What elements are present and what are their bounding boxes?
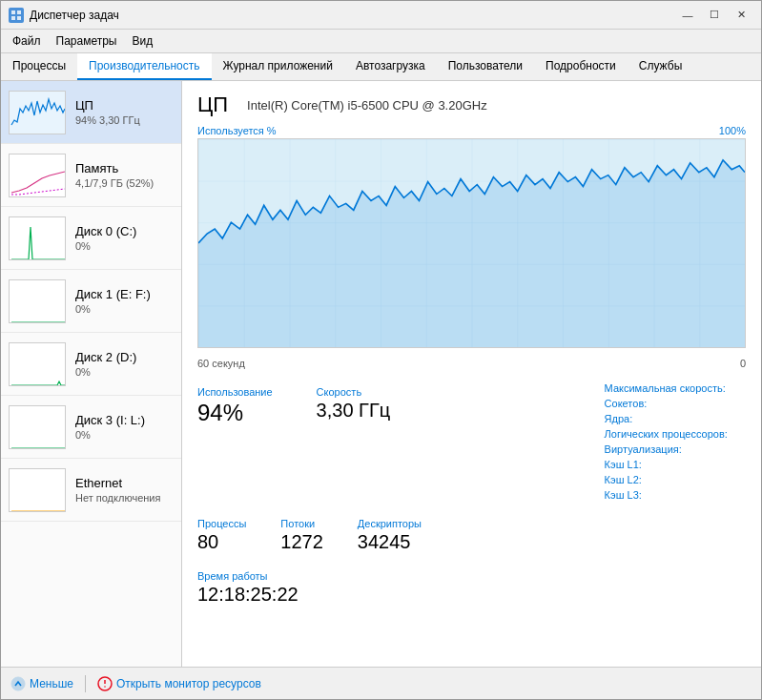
sockets-label: Сокетов: bbox=[605, 398, 746, 409]
left-item-cpu[interactable]: ЦП 94% 3,30 ГГц bbox=[1, 81, 181, 144]
left-item-ethernet[interactable]: Ethernet Нет подключения bbox=[1, 459, 181, 522]
svg-point-14 bbox=[11, 677, 25, 690]
right-header: ЦП Intel(R) Core(TM) i5-6500 CPU @ 3.20G… bbox=[197, 93, 746, 117]
cores-label: Ядра: bbox=[605, 413, 746, 424]
threads-stat: Потоки 1272 bbox=[280, 514, 339, 557]
app-icon bbox=[9, 8, 24, 23]
descriptors-value: 34245 bbox=[358, 531, 422, 553]
cpu-info: ЦП 94% 3,30 ГГц bbox=[75, 98, 174, 126]
chart-time-right: 0 bbox=[740, 358, 746, 369]
disk1-info: Диск 1 (E: F:) 0% bbox=[75, 287, 174, 315]
descriptors-stat: Дескрипторы 34245 bbox=[358, 514, 437, 557]
svg-rect-3 bbox=[17, 16, 21, 20]
bottom-bar: Меньше Открыть монитор ресурсов bbox=[1, 667, 761, 699]
right-panel: ЦП Intel(R) Core(TM) i5-6500 CPU @ 3.20G… bbox=[182, 81, 761, 667]
left-item-disk3[interactable]: Диск 3 (I: L:) 0% bbox=[1, 396, 181, 459]
tab-processes[interactable]: Процессы bbox=[1, 53, 77, 80]
processes-value: 80 bbox=[197, 531, 246, 553]
monitor-icon bbox=[97, 676, 113, 691]
title-bar: Диспетчер задач — ☐ ✕ bbox=[1, 1, 761, 30]
svg-rect-9 bbox=[10, 406, 66, 449]
memory-title: Память bbox=[75, 161, 174, 175]
bottom-divider bbox=[85, 675, 86, 692]
svg-rect-1 bbox=[17, 10, 21, 14]
left-item-disk1[interactable]: Диск 1 (E: F:) 0% bbox=[1, 270, 181, 333]
tab-users[interactable]: Пользователи bbox=[437, 53, 534, 80]
disk0-title: Диск 0 (C:) bbox=[75, 224, 174, 238]
processes-stat: Процессы 80 bbox=[197, 514, 261, 557]
svg-rect-0 bbox=[11, 10, 15, 14]
chart-y-label: Используется % bbox=[197, 125, 277, 136]
menu-view[interactable]: Вид bbox=[124, 31, 160, 51]
disk1-thumbnail bbox=[9, 279, 66, 323]
svg-rect-6 bbox=[10, 217, 66, 260]
minimize-button[interactable]: — bbox=[675, 6, 700, 25]
window-title: Диспетчер задач bbox=[30, 9, 675, 22]
disk3-thumbnail bbox=[9, 405, 66, 449]
disk1-title: Диск 1 (E: F:) bbox=[75, 287, 174, 301]
menu-file[interactable]: Файл bbox=[5, 31, 49, 51]
panel-subtitle: Intel(R) Core(TM) i5-6500 CPU @ 3.20GHz bbox=[247, 98, 487, 113]
logical-label: Логических процессоров: bbox=[605, 428, 746, 440]
memory-info: Память 4,1/7,9 ГБ (52%) bbox=[75, 161, 174, 189]
cache-l3-label: Кэш L3: bbox=[605, 489, 746, 501]
threads-label: Потоки bbox=[280, 518, 323, 529]
panel-title: ЦП bbox=[197, 93, 228, 117]
tab-app-history[interactable]: Журнал приложений bbox=[212, 53, 344, 80]
descriptors-label: Дескрипторы bbox=[358, 518, 422, 529]
chart-label-row: Используется % 100% bbox=[197, 125, 746, 136]
menu-params[interactable]: Параметры bbox=[49, 31, 125, 51]
cpu-title: ЦП bbox=[75, 98, 174, 113]
memory-thumbnail bbox=[9, 154, 66, 197]
uptime-label: Время работы bbox=[197, 570, 731, 582]
cpu-subtitle: 94% 3,30 ГГц bbox=[75, 114, 174, 126]
cpu-thumbnail bbox=[9, 91, 66, 134]
speed-stat: Скорость 3,30 ГГц bbox=[317, 382, 406, 504]
left-item-disk2[interactable]: Диск 2 (D:) 0% bbox=[1, 333, 181, 396]
uptime-stat: Время работы 12:18:25:22 bbox=[197, 566, 746, 609]
threads-value: 1272 bbox=[280, 531, 323, 553]
memory-subtitle: 4,1/7,9 ГБ (52%) bbox=[75, 177, 174, 189]
monitor-label: Открыть монитор ресурсов bbox=[116, 677, 261, 690]
tab-services[interactable]: Службы bbox=[628, 53, 693, 80]
disk1-subtitle: 0% bbox=[75, 303, 174, 315]
disk0-info: Диск 0 (C:) 0% bbox=[75, 224, 174, 252]
chevron-up-icon bbox=[10, 676, 26, 691]
tab-startup[interactable]: Автозагрузка bbox=[344, 53, 437, 80]
ethernet-thumbnail bbox=[9, 468, 66, 512]
less-button[interactable]: Меньше bbox=[10, 676, 73, 691]
tab-details[interactable]: Подробности bbox=[534, 53, 628, 80]
left-item-memory[interactable]: Память 4,1/7,9 ГБ (52%) bbox=[1, 144, 181, 207]
tab-performance[interactable]: Производительность bbox=[77, 53, 211, 80]
disk3-info: Диск 3 (I: L:) 0% bbox=[75, 413, 174, 441]
maximize-button[interactable]: ☐ bbox=[702, 6, 727, 25]
cpu-chart bbox=[197, 138, 746, 348]
usage-stat: Использование 94% bbox=[197, 382, 288, 504]
menu-bar: Файл Параметры Вид bbox=[1, 30, 761, 53]
usage-value: 94% bbox=[197, 400, 273, 426]
chart-time-left: 60 секунд bbox=[197, 358, 245, 369]
disk0-thumbnail bbox=[9, 216, 66, 260]
disk2-thumbnail bbox=[9, 342, 66, 386]
ethernet-info: Ethernet Нет подключения bbox=[75, 476, 174, 504]
max-speed-label: Максимальная скорость: bbox=[605, 382, 746, 394]
less-label: Меньше bbox=[30, 677, 73, 690]
ethernet-title: Ethernet bbox=[75, 476, 174, 490]
usage-label: Использование bbox=[197, 386, 273, 398]
tab-bar: Процессы Производительность Журнал прило… bbox=[1, 53, 761, 81]
disk2-info: Диск 2 (D:) 0% bbox=[75, 350, 174, 378]
uptime-value: 12:18:25:22 bbox=[197, 584, 731, 606]
ethernet-subtitle: Нет подключения bbox=[75, 492, 174, 504]
window-controls: — ☐ ✕ bbox=[675, 6, 753, 25]
svg-rect-4 bbox=[10, 92, 66, 134]
svg-rect-8 bbox=[10, 343, 66, 386]
chart-y-max: 100% bbox=[719, 125, 746, 136]
speed-label: Скорость bbox=[317, 386, 391, 398]
disk2-subtitle: 0% bbox=[75, 366, 174, 378]
monitor-button[interactable]: Открыть монитор ресурсов bbox=[97, 676, 261, 691]
disk2-title: Диск 2 (D:) bbox=[75, 350, 174, 364]
left-item-disk0[interactable]: Диск 0 (C:) 0% bbox=[1, 207, 181, 270]
cache-l1-label: Кэш L1: bbox=[605, 459, 746, 470]
disk3-subtitle: 0% bbox=[75, 429, 174, 441]
close-button[interactable]: ✕ bbox=[729, 6, 753, 25]
